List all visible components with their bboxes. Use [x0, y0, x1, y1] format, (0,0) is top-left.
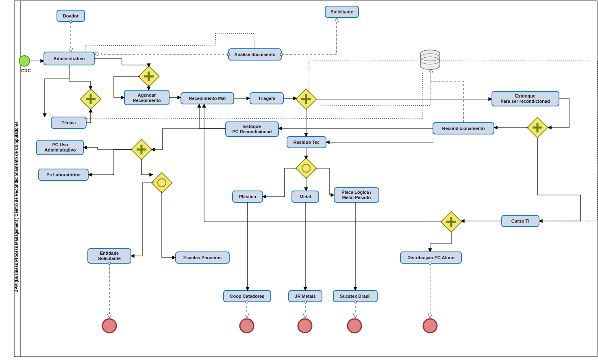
bpmn-diagram: BPM (Business Process Management ) Centr…: [0, 0, 598, 364]
task-escolas: Escolas Parceiras: [176, 252, 229, 263]
svg-text:Escolas Parceiras: Escolas Parceiras: [183, 255, 222, 260]
task-triagem: Triagem: [250, 93, 283, 104]
svg-text:EntidadeSolicitante: EntidadeSolicitante: [98, 251, 121, 261]
svg-text:Sucatex Brasil: Sucatex Brasil: [340, 294, 371, 299]
svg-text:Triagem: Triagem: [258, 96, 275, 101]
start-label: CRC: [21, 68, 31, 73]
svg-text:Coop Catadores: Coop Catadores: [230, 294, 265, 299]
task-doador: Doador: [57, 10, 85, 22]
task-pcuso: PC UsoAdministrativo: [37, 140, 83, 155]
svg-text:Recondicionamento: Recondicionamento: [442, 126, 485, 131]
task-recebmat: Recebimento Mat: [181, 93, 234, 104]
svg-point-24: [158, 179, 166, 187]
svg-text:Analise documento: Analise documento: [234, 52, 276, 57]
svg-text:Placa Lógica /Metal Pesado: Placa Lógica /Metal Pesado: [341, 190, 371, 200]
task-agendar: AgendarRecebimento: [124, 90, 169, 105]
gateway-incl-2: [296, 158, 317, 179]
task-administrativo: Administrativo: [44, 52, 94, 65]
pool-title: BPM (Business Process Management ) Centr…: [14, 121, 19, 292]
task-recondicionamento: Recondicionamento: [433, 123, 494, 134]
task-tecnica: Ténica: [51, 117, 86, 128]
svg-text:Doador: Doador: [63, 13, 79, 18]
svg-text:Plástico: Plástico: [239, 194, 256, 199]
task-entsolic: EntidadeSolicitante: [88, 249, 131, 263]
gateway-plus-3: [296, 89, 317, 110]
svg-text:Solicitante: Solicitante: [331, 9, 353, 14]
gateway-incl-1: [152, 173, 172, 193]
task-plastico: Plástico: [233, 191, 263, 202]
task-distaluno: Distribuição PC Aluno: [400, 252, 461, 263]
task-estoque-reco: EstooquePara ser recondicionad: [492, 91, 559, 106]
task-sucatex: Sucatex Brasil: [333, 290, 377, 302]
task-placa: Placa Lógica /Metal Pesado: [334, 188, 379, 202]
start-event: [19, 56, 30, 66]
task-coop: Coop Catadores: [224, 290, 271, 302]
end-event-3: [298, 319, 312, 333]
svg-text:Curso  TI: Curso TI: [511, 219, 530, 223]
svg-text:Distribuição PC Aluno: Distribuição PC Aluno: [407, 255, 454, 260]
task-pclab: Pc Laboratórios: [39, 169, 88, 180]
end-event-1: [102, 319, 116, 333]
task-jr: JR Metais: [289, 290, 322, 302]
gateway-plus-1: [80, 89, 101, 110]
svg-text:Resíduo Tec: Resíduo Tec: [294, 140, 320, 145]
gateway-plus-5: [131, 139, 152, 160]
svg-text:Recebimento Mat: Recebimento Mat: [189, 96, 226, 101]
gateway-plus-2: [139, 66, 159, 87]
data-store-icon: [420, 50, 440, 69]
gateway-plus-6: [441, 212, 462, 232]
end-event-5: [423, 319, 437, 333]
gateway-plus-4: [527, 117, 548, 138]
svg-text:JR Metais: JR Metais: [295, 294, 315, 299]
svg-text:Metal: Metal: [300, 194, 311, 199]
task-solicitante: Solicitante: [325, 6, 359, 17]
end-event-4: [348, 319, 361, 333]
task-estoque-pc: EstoquePC Recondicionad: [226, 122, 278, 136]
svg-text:Ténica: Ténica: [62, 120, 76, 125]
task-residuo: Resíduo Tec: [287, 136, 326, 148]
svg-text:Pc Laboratórios: Pc Laboratórios: [46, 172, 80, 177]
task-metal: Metal: [292, 191, 319, 202]
end-event-2: [240, 319, 254, 333]
svg-point-26: [302, 164, 310, 172]
task-analise: Analise documento: [228, 49, 281, 60]
task-curso: Curso TI: [502, 215, 539, 227]
svg-text:Administrativo: Administrativo: [53, 56, 85, 61]
